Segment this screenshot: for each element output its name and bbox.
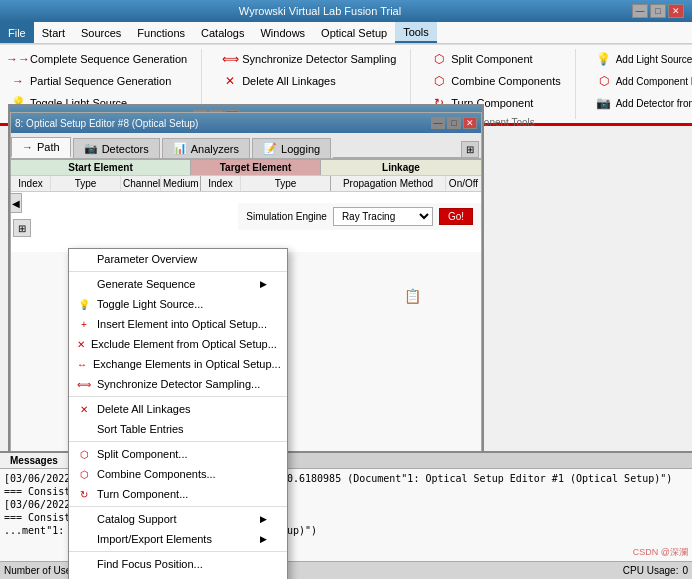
partial-sequence-btn[interactable]: → Partial Sequence Generation: [6, 71, 191, 91]
ctx-find-focus[interactable]: Find Focus Position...: [69, 554, 287, 574]
left-sidebar-button[interactable]: ⊞: [13, 219, 31, 237]
ctx-combine-components[interactable]: ⬡ Combine Components...: [69, 464, 287, 484]
menu-bar: File Start Sources Functions Catalogs Wi…: [0, 22, 692, 44]
menu-sources[interactable]: Sources: [73, 22, 129, 43]
menu-start[interactable]: Start: [34, 22, 73, 43]
sim-engine-dropdown[interactable]: Ray Tracing: [333, 207, 433, 226]
sync-icon: ⟺: [222, 51, 238, 67]
split-icon: ⬡: [431, 51, 447, 67]
ctx-imp-arrow: ▶: [260, 534, 267, 544]
add-comp-icon: ⬡: [596, 73, 612, 89]
menu-functions[interactable]: Functions: [129, 22, 193, 43]
ctx-generate-sequence[interactable]: Generate Sequence ▶: [69, 274, 287, 294]
menu-tools[interactable]: Tools: [395, 22, 437, 43]
tab-logging[interactable]: 📝 Logging: [252, 138, 331, 158]
ctx-sync-icon: ⟺: [77, 377, 91, 391]
ctx-toggle-light[interactable]: 💡 Toggle Light Source...: [69, 294, 287, 314]
ctx-sep-5: [69, 551, 287, 552]
linkage-header: Linkage: [321, 160, 481, 175]
ctx-delete-linkages[interactable]: ✕ Delete All Linkages: [69, 399, 287, 419]
ctx-import-export[interactable]: Import/Export Elements ▶: [69, 529, 287, 549]
ctx-excl-icon: ✕: [77, 337, 85, 351]
path-tab-icon: →: [22, 141, 33, 153]
context-menu: Parameter Overview Generate Sequence ▶ 💡…: [68, 248, 288, 579]
ctx-exchange-elements[interactable]: ↔ Exchange Elements in Optical Setup...: [69, 354, 287, 374]
detectors-tab-icon: 📷: [84, 142, 98, 155]
ctx-del-icon: ✕: [77, 402, 91, 416]
go-button[interactable]: Go!: [439, 208, 473, 225]
complete-seq-icon: →→: [10, 51, 26, 67]
messages-tab[interactable]: Messages: [0, 453, 69, 468]
sim-engine-label: Simulation Engine: [246, 211, 327, 222]
split-component-btn[interactable]: ⬡ Split Component: [427, 49, 564, 69]
analyzers-tab-icon: 📊: [173, 142, 187, 155]
ctx-sort-table[interactable]: Sort Table Entries: [69, 419, 287, 439]
title-bar-controls: — □ ✕: [632, 4, 684, 18]
col-index1: Index: [11, 176, 51, 191]
editor-close-btn[interactable]: ✕: [463, 117, 477, 129]
tab-path[interactable]: → Path: [11, 137, 71, 158]
tab-detectors[interactable]: 📷 Detectors: [73, 138, 160, 158]
ctx-sep-3: [69, 441, 287, 442]
ctx-split-component[interactable]: ⬡ Split Component...: [69, 444, 287, 464]
menu-windows[interactable]: Windows: [252, 22, 313, 43]
combine-icon: ⬡: [431, 73, 447, 89]
add-detector-btn[interactable]: 📷 Add Detector from Catalog: [592, 93, 692, 113]
minimize-button[interactable]: —: [632, 4, 648, 18]
editor-title: 8: Optical Setup Editor #8 (Optical Setu…: [15, 118, 431, 129]
add-light-source-btn[interactable]: 💡 Add Light Source From Catalog: [592, 49, 692, 69]
target-element-header: Target Element: [191, 160, 321, 175]
ctx-turn-icon: ↻: [77, 487, 91, 501]
expand-btn[interactable]: ⊞: [461, 141, 479, 158]
menu-optical-setup[interactable]: Optical Setup: [313, 22, 395, 43]
ctx-turn-component[interactable]: ↻ Turn Component...: [69, 484, 287, 504]
ctx-cat-icon: [77, 512, 91, 526]
ctx-insert-icon: +: [77, 317, 91, 331]
col-prop-method: Propagation Method: [331, 176, 446, 191]
col-type1: Type: [51, 176, 121, 191]
ctx-comb-icon: ⬡: [77, 467, 91, 481]
left-arrow-btn[interactable]: ◀: [10, 193, 22, 213]
editor-max-btn[interactable]: □: [447, 117, 461, 129]
col-onoff: On/Off: [446, 176, 481, 191]
close-button[interactable]: ✕: [668, 4, 684, 18]
ctx-parameter-overview[interactable]: Parameter Overview: [69, 249, 287, 269]
add-det-icon: 📷: [596, 95, 612, 111]
editor-title-bar: 8: Optical Setup Editor #8 (Optical Setu…: [11, 113, 481, 133]
add-component-btn[interactable]: ⬡ Add Component From Catalog: [592, 71, 692, 91]
ctx-gen-icon: [77, 277, 91, 291]
ribbon-group-title-catalog: Catalog Support: [592, 115, 692, 126]
ctx-exch-icon: ↔: [77, 357, 87, 371]
start-element-header: Start Element: [11, 160, 191, 175]
ribbon-col-sync: ⟺ Synchronize Detector Sampling ✕ Delete…: [218, 49, 400, 91]
col-headers: Index Type Channel Medium Index Type Pro…: [11, 176, 481, 192]
ctx-catalog-support[interactable]: Catalog Support ▶: [69, 509, 287, 529]
section-headers: Start Element Target Element Linkage: [11, 160, 481, 176]
editor-min-btn[interactable]: —: [431, 117, 445, 129]
complete-sequence-btn[interactable]: →→ Complete Sequence Generation: [6, 49, 191, 69]
menu-file[interactable]: File: [0, 22, 34, 43]
ctx-cat-arrow: ▶: [260, 514, 267, 524]
ctx-sep-2: [69, 396, 287, 397]
ctx-exclude-element[interactable]: ✕ Exclude Element from Optical Setup...: [69, 334, 287, 354]
tab-bar: → Path 📷 Detectors 📊 Analyzers 📝 Logging…: [11, 133, 481, 160]
delete-linkages-btn[interactable]: ✕ Delete All Linkages: [218, 71, 400, 91]
ctx-focus-icon: [77, 557, 91, 571]
ctx-sync-detector[interactable]: ⟺ Synchronize Detector Sampling...: [69, 374, 287, 394]
menu-catalogs[interactable]: Catalogs: [193, 22, 252, 43]
ctx-light-icon: 💡: [77, 297, 91, 311]
ctx-insert-element[interactable]: + Insert Element into Optical Setup...: [69, 314, 287, 334]
maximize-button[interactable]: □: [650, 4, 666, 18]
ribbon-group-catalog: 💡 Add Light Source From Catalog ⬡ Add Co…: [592, 49, 692, 119]
sync-detector-btn[interactable]: ⟺ Synchronize Detector Sampling: [218, 49, 400, 69]
add-light-icon: 💡: [596, 51, 612, 67]
combine-components-btn[interactable]: ⬡ Combine Components: [427, 71, 564, 91]
ctx-optimize-detector[interactable]: Optimize Detector Positions: [69, 574, 287, 579]
tab-analyzers[interactable]: 📊 Analyzers: [162, 138, 250, 158]
title-bar-text: Wyrowski Virtual Lab Fusion Trial: [8, 5, 632, 17]
ctx-sep-4: [69, 506, 287, 507]
ctx-split-icon: ⬡: [77, 447, 91, 461]
col-index2: Index: [201, 176, 241, 191]
copy-icon[interactable]: 📋: [404, 288, 421, 304]
ribbon-col-catalog-left: 💡 Add Light Source From Catalog ⬡ Add Co…: [592, 49, 692, 113]
